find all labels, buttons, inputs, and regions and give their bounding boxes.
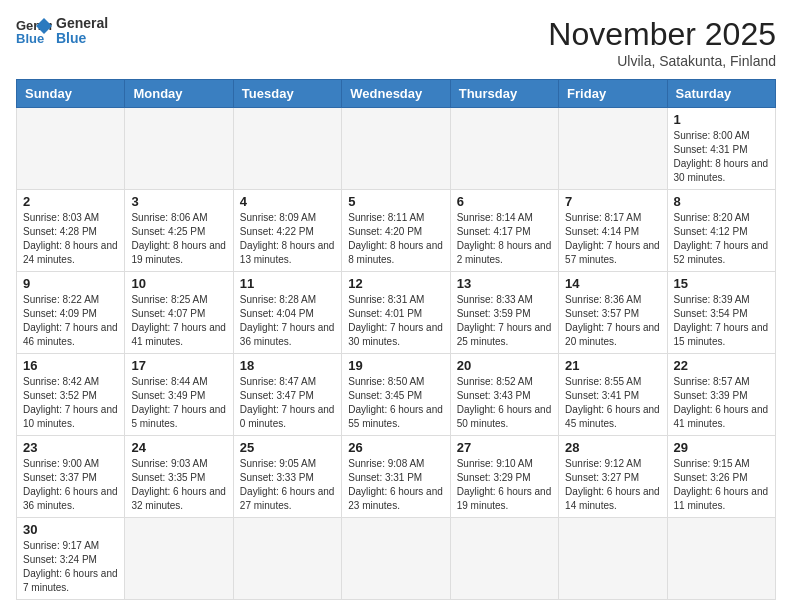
calendar-cell [125, 108, 233, 190]
day-number: 13 [457, 276, 552, 291]
day-info: Sunrise: 8:31 AM Sunset: 4:01 PM Dayligh… [348, 293, 443, 349]
calendar-cell: 1Sunrise: 8:00 AM Sunset: 4:31 PM Daylig… [667, 108, 775, 190]
calendar-header-wednesday: Wednesday [342, 80, 450, 108]
calendar-cell: 9Sunrise: 8:22 AM Sunset: 4:09 PM Daylig… [17, 272, 125, 354]
calendar-cell: 26Sunrise: 9:08 AM Sunset: 3:31 PM Dayli… [342, 436, 450, 518]
day-number: 22 [674, 358, 769, 373]
calendar-cell: 7Sunrise: 8:17 AM Sunset: 4:14 PM Daylig… [559, 190, 667, 272]
day-number: 2 [23, 194, 118, 209]
calendar-cell: 3Sunrise: 8:06 AM Sunset: 4:25 PM Daylig… [125, 190, 233, 272]
day-number: 7 [565, 194, 660, 209]
calendar-cell: 30Sunrise: 9:17 AM Sunset: 3:24 PM Dayli… [17, 518, 125, 600]
calendar-cell [450, 518, 558, 600]
calendar-cell: 17Sunrise: 8:44 AM Sunset: 3:49 PM Dayli… [125, 354, 233, 436]
day-number: 6 [457, 194, 552, 209]
day-info: Sunrise: 8:42 AM Sunset: 3:52 PM Dayligh… [23, 375, 118, 431]
day-info: Sunrise: 8:52 AM Sunset: 3:43 PM Dayligh… [457, 375, 552, 431]
calendar-cell: 20Sunrise: 8:52 AM Sunset: 3:43 PM Dayli… [450, 354, 558, 436]
calendar-cell: 18Sunrise: 8:47 AM Sunset: 3:47 PM Dayli… [233, 354, 341, 436]
day-info: Sunrise: 8:11 AM Sunset: 4:20 PM Dayligh… [348, 211, 443, 267]
day-info: Sunrise: 8:09 AM Sunset: 4:22 PM Dayligh… [240, 211, 335, 267]
calendar-cell: 23Sunrise: 9:00 AM Sunset: 3:37 PM Dayli… [17, 436, 125, 518]
day-info: Sunrise: 8:22 AM Sunset: 4:09 PM Dayligh… [23, 293, 118, 349]
day-info: Sunrise: 9:15 AM Sunset: 3:26 PM Dayligh… [674, 457, 769, 513]
calendar-week-row: 23Sunrise: 9:00 AM Sunset: 3:37 PM Dayli… [17, 436, 776, 518]
day-info: Sunrise: 9:05 AM Sunset: 3:33 PM Dayligh… [240, 457, 335, 513]
calendar-cell: 27Sunrise: 9:10 AM Sunset: 3:29 PM Dayli… [450, 436, 558, 518]
svg-text:Blue: Blue [16, 31, 44, 46]
calendar-cell: 11Sunrise: 8:28 AM Sunset: 4:04 PM Dayli… [233, 272, 341, 354]
calendar-header-row: SundayMondayTuesdayWednesdayThursdayFrid… [17, 80, 776, 108]
calendar-cell: 28Sunrise: 9:12 AM Sunset: 3:27 PM Dayli… [559, 436, 667, 518]
day-number: 30 [23, 522, 118, 537]
day-number: 23 [23, 440, 118, 455]
day-number: 9 [23, 276, 118, 291]
day-info: Sunrise: 8:00 AM Sunset: 4:31 PM Dayligh… [674, 129, 769, 185]
calendar-cell: 25Sunrise: 9:05 AM Sunset: 3:33 PM Dayli… [233, 436, 341, 518]
day-info: Sunrise: 9:17 AM Sunset: 3:24 PM Dayligh… [23, 539, 118, 595]
day-info: Sunrise: 8:39 AM Sunset: 3:54 PM Dayligh… [674, 293, 769, 349]
day-number: 17 [131, 358, 226, 373]
day-number: 16 [23, 358, 118, 373]
day-number: 21 [565, 358, 660, 373]
calendar-header-friday: Friday [559, 80, 667, 108]
calendar-cell: 8Sunrise: 8:20 AM Sunset: 4:12 PM Daylig… [667, 190, 775, 272]
calendar-header-thursday: Thursday [450, 80, 558, 108]
day-info: Sunrise: 8:33 AM Sunset: 3:59 PM Dayligh… [457, 293, 552, 349]
calendar-cell [125, 518, 233, 600]
calendar-table: SundayMondayTuesdayWednesdayThursdayFrid… [16, 79, 776, 600]
day-info: Sunrise: 8:36 AM Sunset: 3:57 PM Dayligh… [565, 293, 660, 349]
location-subtitle: Ulvila, Satakunta, Finland [548, 53, 776, 69]
calendar-cell: 21Sunrise: 8:55 AM Sunset: 3:41 PM Dayli… [559, 354, 667, 436]
calendar-week-row: 1Sunrise: 8:00 AM Sunset: 4:31 PM Daylig… [17, 108, 776, 190]
day-info: Sunrise: 9:10 AM Sunset: 3:29 PM Dayligh… [457, 457, 552, 513]
day-number: 27 [457, 440, 552, 455]
day-info: Sunrise: 8:44 AM Sunset: 3:49 PM Dayligh… [131, 375, 226, 431]
calendar-header-monday: Monday [125, 80, 233, 108]
day-info: Sunrise: 8:55 AM Sunset: 3:41 PM Dayligh… [565, 375, 660, 431]
calendar-cell [342, 518, 450, 600]
calendar-week-row: 2Sunrise: 8:03 AM Sunset: 4:28 PM Daylig… [17, 190, 776, 272]
day-number: 26 [348, 440, 443, 455]
calendar-header-saturday: Saturday [667, 80, 775, 108]
month-title: November 2025 [548, 16, 776, 53]
day-number: 10 [131, 276, 226, 291]
logo-general-text: General [56, 16, 108, 31]
calendar-cell: 16Sunrise: 8:42 AM Sunset: 3:52 PM Dayli… [17, 354, 125, 436]
calendar-cell: 15Sunrise: 8:39 AM Sunset: 3:54 PM Dayli… [667, 272, 775, 354]
calendar-cell: 19Sunrise: 8:50 AM Sunset: 3:45 PM Dayli… [342, 354, 450, 436]
calendar-cell: 10Sunrise: 8:25 AM Sunset: 4:07 PM Dayli… [125, 272, 233, 354]
day-info: Sunrise: 9:00 AM Sunset: 3:37 PM Dayligh… [23, 457, 118, 513]
day-number: 12 [348, 276, 443, 291]
day-info: Sunrise: 9:08 AM Sunset: 3:31 PM Dayligh… [348, 457, 443, 513]
day-number: 1 [674, 112, 769, 127]
day-number: 5 [348, 194, 443, 209]
day-number: 18 [240, 358, 335, 373]
day-number: 28 [565, 440, 660, 455]
calendar-cell [559, 108, 667, 190]
calendar-header-tuesday: Tuesday [233, 80, 341, 108]
day-number: 14 [565, 276, 660, 291]
day-info: Sunrise: 8:25 AM Sunset: 4:07 PM Dayligh… [131, 293, 226, 349]
day-number: 25 [240, 440, 335, 455]
calendar-cell [450, 108, 558, 190]
day-info: Sunrise: 8:03 AM Sunset: 4:28 PM Dayligh… [23, 211, 118, 267]
page-header: General Blue General Blue November 2025 … [16, 16, 776, 69]
day-number: 11 [240, 276, 335, 291]
logo-icon: General Blue [16, 16, 52, 46]
calendar-cell [559, 518, 667, 600]
calendar-week-row: 9Sunrise: 8:22 AM Sunset: 4:09 PM Daylig… [17, 272, 776, 354]
calendar-cell: 4Sunrise: 8:09 AM Sunset: 4:22 PM Daylig… [233, 190, 341, 272]
day-info: Sunrise: 8:06 AM Sunset: 4:25 PM Dayligh… [131, 211, 226, 267]
logo-blue-text: Blue [56, 31, 108, 46]
calendar-cell: 14Sunrise: 8:36 AM Sunset: 3:57 PM Dayli… [559, 272, 667, 354]
day-info: Sunrise: 8:20 AM Sunset: 4:12 PM Dayligh… [674, 211, 769, 267]
day-number: 19 [348, 358, 443, 373]
calendar-cell [233, 108, 341, 190]
calendar-cell [17, 108, 125, 190]
title-block: November 2025 Ulvila, Satakunta, Finland [548, 16, 776, 69]
calendar-week-row: 16Sunrise: 8:42 AM Sunset: 3:52 PM Dayli… [17, 354, 776, 436]
day-info: Sunrise: 8:28 AM Sunset: 4:04 PM Dayligh… [240, 293, 335, 349]
day-number: 8 [674, 194, 769, 209]
logo: General Blue General Blue [16, 16, 108, 47]
